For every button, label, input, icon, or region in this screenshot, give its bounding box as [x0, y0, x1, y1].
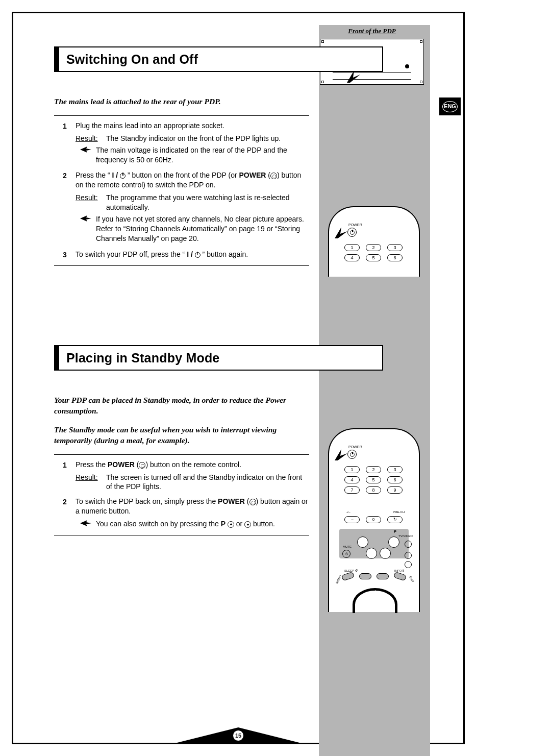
menu-pill	[341, 572, 355, 581]
func-labels: SLEEP ⏱ INFO ℹ	[344, 569, 404, 573]
side-button	[405, 541, 412, 548]
dash-label: -/--	[346, 510, 350, 514]
step-body: To switch your PDP off, press the “ I / …	[76, 250, 309, 262]
side-column: ENG Front of the PDP ▼ C/P. I / ⏻ POWER	[319, 25, 430, 756]
result-row: Result: The screen is turned off and the…	[76, 473, 309, 492]
result-row: Result: The Standby indicator on the fro…	[76, 134, 309, 143]
step-text: Press the “ I / ” button on the front of…	[76, 170, 309, 190]
button-strip	[333, 72, 411, 80]
prech-label: PRE-CH	[393, 510, 405, 514]
num-button: 5	[366, 476, 381, 483]
result-label: Result:	[76, 134, 106, 143]
step-row: 1 Press the POWER () button on the remot…	[54, 460, 309, 494]
mute-label: MUTE	[343, 545, 352, 549]
p-up-icon	[228, 521, 234, 528]
menu-label: MENU	[335, 574, 342, 584]
info-pill	[377, 573, 389, 579]
p-up-button	[388, 536, 399, 548]
page-number: 15	[233, 730, 244, 741]
step-number: 3	[54, 250, 76, 262]
divider	[54, 454, 309, 455]
result-text: The programme that you were watching las…	[106, 193, 309, 212]
num-button: 5	[366, 254, 381, 261]
svg-marker-0	[347, 70, 360, 83]
dash-button: ‒	[344, 516, 360, 523]
num-button: 6	[387, 254, 403, 261]
step-row: 1 Plug the mains lead into an appropriat…	[54, 121, 309, 168]
remote-diagram-big: POWER 1 2 3 4 5 6 7 8 9 -/-- PRE-CH ‒ 0 …	[328, 428, 420, 612]
step-body: Plug the mains lead into an appropriate …	[76, 121, 309, 168]
power-label: POWER	[348, 223, 362, 227]
power-circle-icon	[270, 173, 277, 179]
svg-marker-1	[335, 227, 347, 238]
num-button: 1	[344, 466, 360, 473]
note-text: If you have not yet stored any channels,…	[96, 214, 309, 243]
num-button: 8	[366, 486, 381, 494]
standby-led	[405, 64, 409, 68]
divider	[54, 115, 309, 116]
num-button: 1	[344, 244, 360, 251]
language-badge-text: ENG	[442, 101, 458, 112]
pointer-arrow-icon	[334, 226, 349, 241]
prech-button: ↻	[387, 516, 403, 523]
zero-button: 0	[366, 516, 381, 523]
power-circle-icon	[249, 499, 256, 505]
step-body: To switch the PDP back on, simply press …	[76, 497, 309, 532]
result-text: The Standby indicator on the front of th…	[106, 134, 309, 143]
result-label: Result:	[76, 473, 106, 492]
power-icon	[195, 252, 201, 258]
tv-video-label: TV/VIDEO	[398, 534, 413, 538]
pointer-arrow-icon	[334, 448, 349, 464]
p-label: P	[394, 529, 396, 535]
num-button: 3	[387, 244, 403, 251]
svg-marker-5	[80, 520, 91, 526]
divider	[54, 265, 309, 266]
step-number: 2	[54, 170, 76, 246]
result-label: Result:	[76, 193, 106, 212]
step-number: 1	[54, 121, 76, 168]
num-button: 2	[366, 244, 381, 251]
side-button	[405, 561, 412, 568]
note-arrow-icon	[76, 519, 96, 529]
note-row: The main voltage is indicated on the rea…	[76, 145, 309, 165]
exit-label: EXIT	[408, 575, 415, 583]
step-text: Press the POWER () button on the remote …	[76, 460, 309, 470]
num-button: 3	[387, 466, 403, 473]
num-button: 2	[366, 466, 381, 473]
result-text: The screen is turned off and the Standby…	[106, 473, 309, 492]
up-triangle-icon	[373, 590, 378, 594]
step-body: Press the POWER () button on the remote …	[76, 460, 309, 494]
remote-diagram-small: POWER 1 2 3 4 5 6	[328, 206, 420, 277]
note-arrow-icon	[76, 145, 96, 165]
result-row: Result: The programme that you were watc…	[76, 193, 309, 212]
intro-text: Your PDP can be placed in Standby mode, …	[54, 395, 309, 422]
section1-content: The mains lead is attached to the rear o…	[54, 96, 309, 271]
divider	[54, 535, 309, 535]
diagram-caption: Front of the PDP	[319, 27, 425, 36]
language-badge: ENG	[439, 97, 461, 115]
step-number: 1	[54, 460, 76, 494]
power-label: POWER	[348, 445, 362, 449]
vol-down-button	[366, 548, 377, 559]
page-frame: ENG Front of the PDP ▼ C/P. I / ⏻ POWER	[12, 12, 465, 744]
section-title: Placing in Standby Mode	[54, 345, 383, 371]
note-row: You can also switch on by pressing the P…	[76, 519, 309, 529]
exit-pill	[393, 572, 407, 581]
func-row	[342, 573, 406, 579]
svg-marker-2	[335, 449, 347, 460]
number-buttons: 1 2 3 4 5 6 7 8 9	[344, 466, 406, 494]
note-text: The main voltage is indicated on the rea…	[96, 145, 309, 165]
corner-mark	[420, 81, 422, 83]
corner-mark	[321, 40, 324, 43]
dpad	[349, 585, 400, 613]
intro-text: The mains lead is attached to the rear o…	[54, 96, 309, 112]
side-button	[405, 552, 412, 559]
step-text: To switch your PDP off, press the “ I / …	[76, 250, 309, 259]
step-text: Plug the mains lead into an appropriate …	[76, 121, 309, 131]
section-title-text: Placing in Standby Mode	[66, 351, 219, 365]
svg-marker-4	[80, 215, 91, 222]
p-down-button	[380, 548, 391, 559]
corner-mark	[420, 40, 422, 43]
note-row: If you have not yet stored any channels,…	[76, 214, 309, 243]
step-number: 2	[54, 497, 76, 532]
